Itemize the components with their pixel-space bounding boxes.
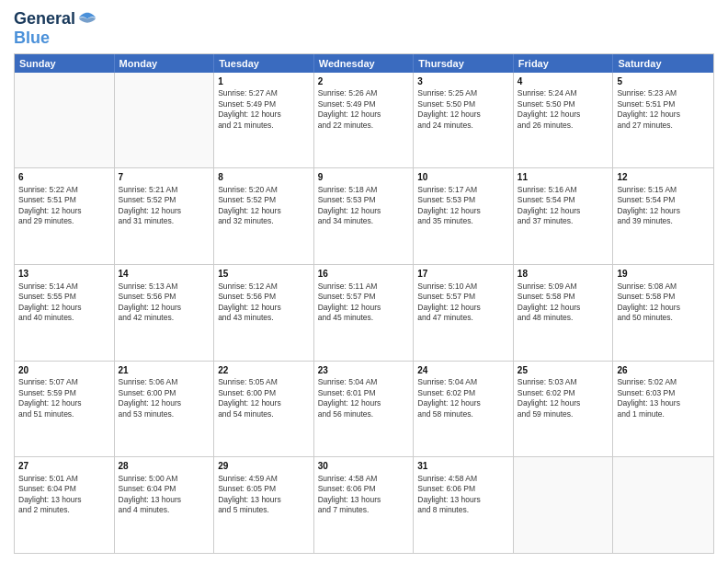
calendar-day-12: 12Sunrise: 5:15 AM Sunset: 5:54 PM Dayli…	[613, 168, 713, 264]
day-info: Sunrise: 5:10 AM Sunset: 5:57 PM Dayligh…	[417, 282, 509, 324]
day-number: 9	[318, 171, 410, 184]
day-number: 3	[417, 75, 509, 88]
calendar-day-24: 24Sunrise: 5:04 AM Sunset: 6:02 PM Dayli…	[414, 362, 514, 457]
calendar-day-1: 1Sunrise: 5:27 AM Sunset: 5:49 PM Daylig…	[214, 73, 314, 168]
logo: General Blue	[14, 9, 97, 48]
calendar-header: SundayMondayTuesdayWednesdayThursdayFrid…	[15, 54, 713, 73]
day-info: Sunrise: 5:01 AM Sunset: 6:04 PM Dayligh…	[18, 474, 110, 516]
day-info: Sunrise: 4:58 AM Sunset: 6:06 PM Dayligh…	[318, 474, 410, 516]
calendar-day-3: 3Sunrise: 5:25 AM Sunset: 5:50 PM Daylig…	[414, 73, 514, 168]
day-number: 21	[119, 364, 210, 377]
calendar-day-7: 7Sunrise: 5:21 AM Sunset: 5:52 PM Daylig…	[115, 168, 215, 264]
day-number: 24	[417, 364, 509, 377]
day-info: Sunrise: 5:23 AM Sunset: 5:51 PM Dayligh…	[617, 88, 710, 131]
day-info: Sunrise: 5:09 AM Sunset: 5:58 PM Dayligh…	[518, 282, 609, 324]
header-day-tuesday: Tuesday	[214, 54, 314, 73]
day-number: 31	[417, 460, 509, 473]
day-info: Sunrise: 5:06 AM Sunset: 6:00 PM Dayligh…	[119, 377, 210, 419]
day-number: 10	[417, 171, 509, 184]
day-number: 19	[617, 268, 710, 281]
day-info: Sunrise: 5:07 AM Sunset: 5:59 PM Dayligh…	[18, 377, 110, 419]
calendar: SundayMondayTuesdayWednesdayThursdayFrid…	[14, 53, 714, 554]
day-number: 1	[218, 75, 310, 88]
day-number: 16	[318, 268, 410, 281]
calendar-day-15: 15Sunrise: 5:12 AM Sunset: 5:56 PM Dayli…	[214, 265, 314, 361]
logo-text-blue: Blue	[14, 29, 50, 47]
day-number: 17	[417, 268, 509, 281]
day-info: Sunrise: 5:02 AM Sunset: 6:03 PM Dayligh…	[617, 377, 710, 419]
calendar-day-16: 16Sunrise: 5:11 AM Sunset: 5:57 PM Dayli…	[314, 265, 415, 361]
header-day-sunday: Sunday	[15, 54, 115, 73]
calendar-day-10: 10Sunrise: 5:17 AM Sunset: 5:53 PM Dayli…	[414, 168, 514, 264]
day-number: 22	[218, 364, 310, 377]
calendar-day-19: 19Sunrise: 5:08 AM Sunset: 5:58 PM Dayli…	[613, 265, 713, 361]
header-day-friday: Friday	[514, 54, 614, 73]
day-number: 28	[119, 460, 210, 473]
day-number: 18	[518, 268, 609, 281]
calendar-row-5: 27Sunrise: 5:01 AM Sunset: 6:04 PM Dayli…	[15, 456, 713, 553]
calendar-day-9: 9Sunrise: 5:18 AM Sunset: 5:53 PM Daylig…	[314, 168, 415, 264]
day-info: Sunrise: 5:13 AM Sunset: 5:56 PM Dayligh…	[119, 282, 210, 324]
day-number: 7	[119, 171, 210, 184]
calendar-day-28: 28Sunrise: 5:00 AM Sunset: 6:04 PM Dayli…	[115, 457, 215, 553]
calendar-day-2: 2Sunrise: 5:26 AM Sunset: 5:49 PM Daylig…	[314, 73, 415, 168]
calendar-day-29: 29Sunrise: 4:59 AM Sunset: 6:05 PM Dayli…	[214, 457, 314, 553]
header-day-thursday: Thursday	[414, 54, 514, 73]
day-number: 12	[617, 171, 710, 184]
day-info: Sunrise: 5:04 AM Sunset: 6:01 PM Dayligh…	[318, 377, 410, 419]
day-info: Sunrise: 5:24 AM Sunset: 5:50 PM Dayligh…	[518, 88, 609, 131]
day-number: 23	[318, 364, 410, 377]
day-number: 4	[518, 75, 609, 88]
day-info: Sunrise: 5:17 AM Sunset: 5:53 PM Dayligh…	[417, 185, 509, 227]
day-info: Sunrise: 5:04 AM Sunset: 6:02 PM Dayligh…	[417, 377, 509, 419]
calendar-body: 1Sunrise: 5:27 AM Sunset: 5:49 PM Daylig…	[15, 73, 713, 553]
day-info: Sunrise: 4:59 AM Sunset: 6:05 PM Dayligh…	[218, 474, 310, 516]
calendar-day-11: 11Sunrise: 5:16 AM Sunset: 5:54 PM Dayli…	[514, 168, 614, 264]
calendar-day-22: 22Sunrise: 5:05 AM Sunset: 6:00 PM Dayli…	[214, 362, 314, 457]
header-day-saturday: Saturday	[613, 54, 713, 73]
day-info: Sunrise: 5:15 AM Sunset: 5:54 PM Dayligh…	[617, 185, 710, 227]
day-number: 2	[318, 75, 410, 88]
day-info: Sunrise: 4:58 AM Sunset: 6:06 PM Dayligh…	[417, 474, 509, 516]
day-number: 29	[218, 460, 310, 473]
day-number: 14	[119, 268, 210, 281]
day-number: 26	[617, 364, 710, 377]
header-day-monday: Monday	[115, 54, 215, 73]
day-number: 6	[18, 171, 110, 184]
calendar-day-27: 27Sunrise: 5:01 AM Sunset: 6:04 PM Dayli…	[15, 457, 115, 553]
calendar-day-23: 23Sunrise: 5:04 AM Sunset: 6:01 PM Dayli…	[314, 362, 415, 457]
day-info: Sunrise: 5:25 AM Sunset: 5:50 PM Dayligh…	[417, 88, 509, 131]
day-info: Sunrise: 5:08 AM Sunset: 5:58 PM Dayligh…	[617, 282, 710, 324]
day-number: 30	[318, 460, 410, 473]
day-number: 5	[617, 75, 710, 88]
day-number: 13	[18, 268, 110, 281]
day-info: Sunrise: 5:27 AM Sunset: 5:49 PM Dayligh…	[218, 88, 310, 131]
calendar-day-4: 4Sunrise: 5:24 AM Sunset: 5:50 PM Daylig…	[514, 73, 614, 168]
day-info: Sunrise: 5:26 AM Sunset: 5:49 PM Dayligh…	[318, 88, 410, 131]
calendar-day-17: 17Sunrise: 5:10 AM Sunset: 5:57 PM Dayli…	[414, 265, 514, 361]
day-info: Sunrise: 5:03 AM Sunset: 6:02 PM Dayligh…	[518, 377, 609, 419]
calendar-day-empty-4-5	[514, 457, 614, 553]
calendar-day-6: 6Sunrise: 5:22 AM Sunset: 5:51 PM Daylig…	[15, 168, 115, 264]
logo-bird-icon	[77, 9, 97, 29]
calendar-day-empty-0-1	[115, 73, 215, 168]
calendar-day-empty-4-6	[613, 457, 713, 553]
day-number: 11	[518, 171, 609, 184]
calendar-day-5: 5Sunrise: 5:23 AM Sunset: 5:51 PM Daylig…	[613, 73, 713, 168]
day-info: Sunrise: 5:05 AM Sunset: 6:00 PM Dayligh…	[218, 377, 310, 419]
calendar-day-13: 13Sunrise: 5:14 AM Sunset: 5:55 PM Dayli…	[15, 265, 115, 361]
calendar-day-empty-0-0	[15, 73, 115, 168]
calendar-row-3: 13Sunrise: 5:14 AM Sunset: 5:55 PM Dayli…	[15, 264, 713, 361]
day-number: 25	[518, 364, 609, 377]
day-info: Sunrise: 5:22 AM Sunset: 5:51 PM Dayligh…	[18, 185, 110, 227]
day-info: Sunrise: 5:14 AM Sunset: 5:55 PM Dayligh…	[18, 282, 110, 324]
calendar-day-25: 25Sunrise: 5:03 AM Sunset: 6:02 PM Dayli…	[514, 362, 614, 457]
logo-text-general: General	[14, 10, 75, 29]
calendar-day-18: 18Sunrise: 5:09 AM Sunset: 5:58 PM Dayli…	[514, 265, 614, 361]
calendar-day-20: 20Sunrise: 5:07 AM Sunset: 5:59 PM Dayli…	[15, 362, 115, 457]
day-info: Sunrise: 5:12 AM Sunset: 5:56 PM Dayligh…	[218, 282, 310, 324]
calendar-row-1: 1Sunrise: 5:27 AM Sunset: 5:49 PM Daylig…	[15, 73, 713, 168]
header-day-wednesday: Wednesday	[314, 54, 415, 73]
day-number: 20	[18, 364, 110, 377]
calendar-day-21: 21Sunrise: 5:06 AM Sunset: 6:00 PM Dayli…	[115, 362, 215, 457]
